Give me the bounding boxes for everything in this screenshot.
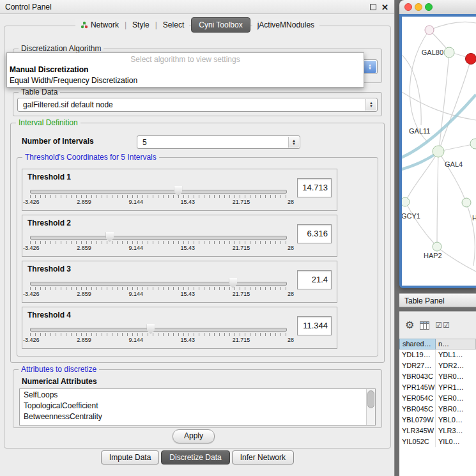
tab-infer-network[interactable]: Infer Network [232,450,294,464]
cell[interactable]: YLR3… [436,426,476,436]
zoom-traffic-light-icon[interactable] [425,3,433,11]
minimize-traffic-light-icon[interactable] [415,3,422,11]
slider-track[interactable] [30,328,287,332]
tab-style[interactable]: Style [127,19,155,31]
network-node-selected[interactable] [466,54,476,65]
cell[interactable]: YIL0… [436,436,476,447]
node-label: GCY1 [402,212,420,220]
threshold-4-row: Threshold 4 -3.426 2.859 9.144 15.43 21.… [22,307,337,349]
column-header-shared-name[interactable]: shared… [399,339,436,349]
threshold-1-value-field[interactable]: 14.713 [297,178,332,197]
tab-jactivemnodules[interactable]: jActiveMNodules [252,19,319,31]
table-row[interactable]: YBR043CYBR0… [399,371,476,382]
slider-track[interactable] [30,236,287,240]
tab-discretize-data[interactable]: Discretize Data [161,450,229,464]
node-label: H [472,214,476,222]
threshold-4-slider[interactable]: -3.426 2.859 9.144 15.43 21.715 28 [30,323,287,346]
cell[interactable]: YBR0… [436,404,476,415]
network-node[interactable] [402,197,410,206]
column-header-name[interactable]: n… [436,339,476,349]
threshold-3-value-field[interactable]: 21.4 [297,270,332,289]
table-row[interactable]: YPR145WYPR1… [399,382,476,393]
bottom-tab-bar: Impute Data Discretize Data Infer Networ… [0,450,395,464]
table-settings-gear-icon[interactable]: ⚙ [405,320,414,330]
table-data-combobox[interactable]: galFiltered.sif default node ▲▼ [17,98,378,112]
cell[interactable]: YPR1… [436,382,476,393]
number-of-intervals-value: 5 [137,136,300,149]
tab-select-label: Select [163,20,184,29]
list-item[interactable]: TopologicalCoefficient [20,400,375,411]
network-canvas[interactable]: GAL80 GAL11 GAL4 GCY1 HAP2 H [402,17,476,286]
network-graph: GAL80 GAL11 GAL4 GCY1 HAP2 H [402,17,476,286]
cell[interactable]: YDR27… [399,360,436,371]
table-row[interactable]: YER054CYER0… [399,393,476,404]
threshold-2-row: Threshold 2 -3.426 2.859 9.144 15.43 21.… [22,215,337,257]
cell[interactable]: YBL079W [399,415,436,426]
number-of-intervals-label: Number of Intervals [22,137,94,146]
apply-button[interactable]: Apply [173,429,215,443]
combo-stepper-icon[interactable]: ▲▼ [363,61,376,73]
tab-impute-data[interactable]: Impute Data [101,450,159,464]
network-node[interactable] [433,242,441,251]
slider-track[interactable] [30,282,287,286]
algorithm-option-equal-width[interactable]: Equal Width/Frequency Discretization [10,76,137,85]
cell[interactable]: YBR045C [399,404,436,415]
cell[interactable]: YER054C [399,393,436,404]
threshold-3-slider[interactable]: -3.426 2.859 9.144 15.43 21.715 28 [30,277,287,300]
table-toolbar: ⚙ ☑☑ [399,312,476,339]
cell[interactable]: YPR145W [399,382,436,393]
algorithm-dropdown-placeholder: Select algorithm to view settings [7,55,364,64]
tab-network[interactable]: Network [75,19,124,31]
checkbox-filter-icons[interactable]: ☑☑ [435,321,450,330]
tab-select[interactable]: Select [158,19,189,31]
cell[interactable]: YBL0… [436,415,476,426]
algorithm-option-manual[interactable]: Manual Discretization [10,65,88,74]
scale-tick-label: 21.715 [233,199,250,205]
threshold-1-slider[interactable]: -3.426 2.859 9.144 15.43 21.715 28 [30,185,287,208]
top-tab-bar: Network | Style | Select Cyni Toolbox jA… [0,17,395,33]
list-item[interactable]: BetweennessCentrality [20,411,375,422]
close-traffic-light-icon[interactable] [404,3,412,11]
cell[interactable]: YDL19… [399,349,436,360]
threshold-2-slider[interactable]: -3.426 2.859 9.144 15.43 21.715 28 [30,231,287,254]
cell[interactable]: YBR0… [436,371,476,382]
table-row[interactable]: YBL079WYBL0… [399,415,476,426]
threshold-4-value-field[interactable]: 11.344 [297,316,332,335]
table-row[interactable]: YIL052CYIL0… [399,436,476,447]
threshold-2-value-field[interactable]: 6.316 [297,224,332,243]
network-node[interactable] [433,146,444,157]
scale-tick-label: 15.43 [181,199,196,205]
discretization-algorithm-section-title: Discretization Algorithm [19,44,104,53]
network-node[interactable] [425,26,434,35]
close-icon[interactable]: ✕ [381,3,388,12]
list-item[interactable]: SelfLoops [20,389,375,400]
network-node[interactable] [444,47,454,58]
table-row[interactable]: YDR27…YDR2… [399,360,476,371]
cell[interactable]: YIL052C [399,436,436,447]
select-columns-icon[interactable] [420,321,429,330]
network-node[interactable] [462,198,471,207]
cell[interactable]: YDL1… [436,349,476,360]
cell[interactable]: YBR043C [399,371,436,382]
combo-stepper-icon[interactable]: ▲▼ [288,137,299,148]
list-scrollbar[interactable] [366,389,375,425]
table-row[interactable]: YLR345WYLR3… [399,426,476,436]
tab-jactivemnodules-label: jActiveMNodules [257,20,314,29]
network-window-titlebar[interactable] [399,0,476,15]
scrollbar-thumb[interactable] [367,390,374,408]
slider-ticks [30,241,287,244]
slider-track[interactable] [30,190,287,194]
float-window-icon[interactable] [370,4,376,10]
cell[interactable]: YER0… [436,393,476,404]
tab-cyni-toolbox[interactable]: Cyni Toolbox [191,17,250,33]
network-node[interactable] [470,139,476,149]
scale-tick-label: 28 [288,291,294,297]
numerical-attributes-label: Numerical Attributes [22,377,97,386]
number-of-intervals-combobox[interactable]: 5 ▲▼ [137,135,300,149]
cell[interactable]: YLR345W [399,426,436,436]
scale-tick-label: -3.426 [23,291,40,297]
cell[interactable]: YDR2… [436,360,476,371]
combo-stepper-icon[interactable]: ▲▼ [365,99,376,111]
table-row[interactable]: YDL19…YDL1… [399,349,476,360]
table-row[interactable]: YBR045CYBR0… [399,404,476,415]
